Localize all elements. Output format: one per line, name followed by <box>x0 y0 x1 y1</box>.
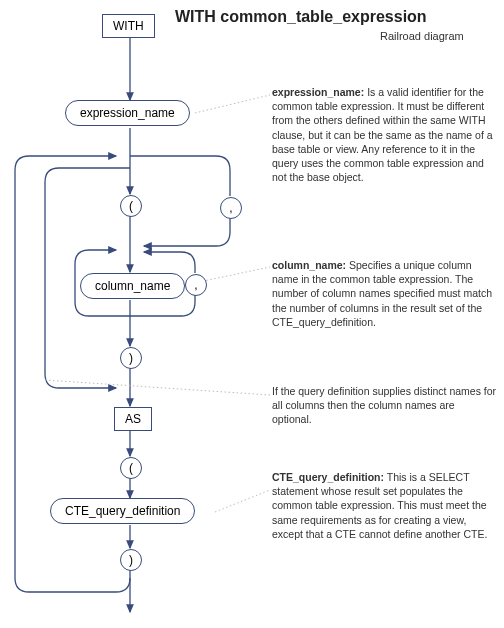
callout-expression-name: expression_name: Is a valid identifier f… <box>272 85 497 184</box>
callout-cte-query-definition: CTE_query_definition: This is a SELECT s… <box>272 470 497 541</box>
callout-optional-cols: If the query definition supplies distinc… <box>272 384 497 427</box>
callout-text: Is a valid identifier for the common tab… <box>272 86 493 183</box>
callout-label: CTE_query_definition: <box>272 471 384 483</box>
callout-column-name: column_name: Specifies a unique column n… <box>272 258 497 329</box>
callout-label: expression_name: <box>272 86 364 98</box>
callout-text: If the query definition supplies distinc… <box>272 385 496 425</box>
page-title: WITH common_table_expression <box>175 8 427 26</box>
callout-label: column_name: <box>272 259 346 271</box>
svg-line-11 <box>45 380 270 395</box>
node-cte-query-definition: CTE_query_definition <box>50 498 195 524</box>
node-as: AS <box>114 407 152 431</box>
node-comma-top: , <box>220 197 242 219</box>
node-close-paren-2: ) <box>120 549 142 571</box>
node-close-paren-1: ) <box>120 347 142 369</box>
page-subtitle: Railroad diagram <box>380 30 464 42</box>
node-open-paren-1: ( <box>120 195 142 217</box>
node-comma-loop: , <box>185 274 207 296</box>
node-open-paren-2: ( <box>120 457 142 479</box>
node-column-name: column_name <box>80 273 185 299</box>
svg-line-9 <box>195 95 270 113</box>
node-expression-name: expression_name <box>65 100 190 126</box>
svg-line-12 <box>215 490 270 512</box>
node-with: WITH <box>102 14 155 38</box>
